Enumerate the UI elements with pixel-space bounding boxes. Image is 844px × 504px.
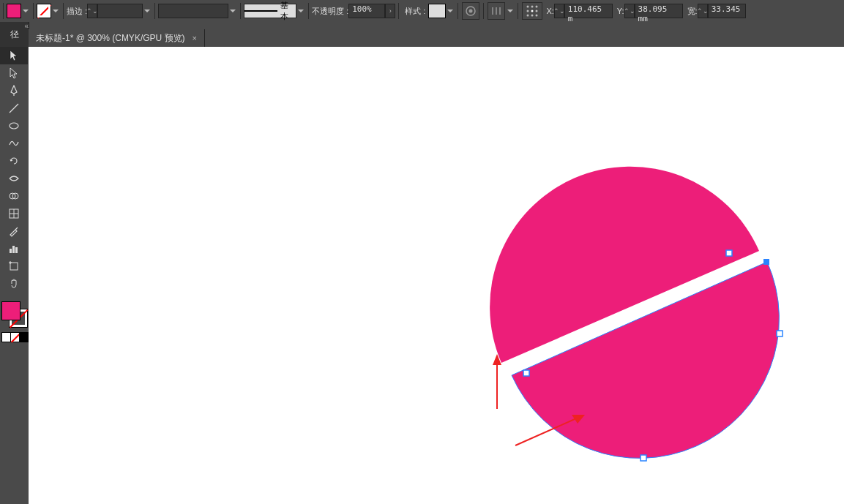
svg-point-11 xyxy=(527,15,529,17)
style-label: 样式 : xyxy=(405,6,425,17)
graphic-style-dropdown[interactable] xyxy=(447,7,455,15)
canvas-area[interactable] xyxy=(29,47,844,504)
svg-rect-27 xyxy=(523,370,529,376)
svg-rect-24 xyxy=(10,263,18,270)
panel-header: 径 « xyxy=(0,22,29,47)
y-stepper[interactable]: ⌃⌄ xyxy=(624,4,635,18)
svg-rect-22 xyxy=(12,246,15,253)
width-tool[interactable] xyxy=(0,170,28,187)
svg-rect-30 xyxy=(641,455,646,461)
stroke-width-stepper[interactable]: ⌃⌄ xyxy=(87,4,97,18)
pen-tool[interactable] xyxy=(0,82,28,99)
opacity-label: 不透明度 : xyxy=(312,6,348,17)
svg-point-1 xyxy=(469,10,473,13)
opacity-stepper[interactable]: › xyxy=(385,4,395,18)
fill-color-swatch[interactable] xyxy=(7,4,21,18)
svg-point-12 xyxy=(531,15,534,17)
direct-selection-tool[interactable] xyxy=(0,64,28,82)
ellipse-tool[interactable] xyxy=(0,117,28,135)
document-tab[interactable]: 未标题-1* @ 300% (CMYK/GPU 预览) × xyxy=(29,29,205,47)
rotate-tool[interactable] xyxy=(0,152,28,170)
variable-width-profile[interactable] xyxy=(158,4,228,18)
align-dropdown[interactable] xyxy=(507,7,515,15)
fill-color-dropdown[interactable] xyxy=(23,7,30,15)
stroke-label: 描边 : xyxy=(67,6,87,17)
tools-panel xyxy=(0,47,29,504)
x-field[interactable]: 110.465 m xyxy=(564,4,613,18)
artwork-svg xyxy=(29,47,844,504)
svg-rect-21 xyxy=(10,249,12,253)
eyedropper-tool[interactable] xyxy=(0,222,28,240)
column-graph-tool[interactable] xyxy=(0,240,28,257)
svg-point-9 xyxy=(531,10,534,12)
svg-point-5 xyxy=(527,6,529,8)
svg-point-10 xyxy=(536,10,538,12)
variable-width-dropdown[interactable] xyxy=(230,7,237,15)
control-bar: 描边 : ⌃⌄ 基本 不透明度 : 100% › 样式 : X: ⌃⌄ 110.… xyxy=(0,0,844,22)
tab-close-icon[interactable]: × xyxy=(193,34,197,42)
line-tool[interactable] xyxy=(0,99,28,117)
svg-rect-29 xyxy=(777,331,783,336)
hand-tool[interactable] xyxy=(0,275,28,293)
svg-rect-23 xyxy=(15,247,18,253)
width-field[interactable]: 33.345 xyxy=(708,4,746,18)
artboard-tool[interactable] xyxy=(0,257,28,275)
width-label: 宽: xyxy=(687,6,698,17)
stroke-color-swatch[interactable] xyxy=(37,4,51,18)
selection-tool[interactable] xyxy=(0,47,28,64)
stroke-profile-dropdown[interactable] xyxy=(298,7,305,15)
width-stepper[interactable]: ⌃⌄ xyxy=(698,4,708,18)
svg-line-14 xyxy=(10,104,18,113)
svg-point-15 xyxy=(10,123,18,129)
color-controls xyxy=(0,300,29,344)
pencil-tool[interactable] xyxy=(0,135,28,152)
stroke-width-field[interactable] xyxy=(97,4,143,18)
svg-point-13 xyxy=(536,15,538,17)
svg-point-6 xyxy=(531,6,534,8)
document-tab-label: 未标题-1* @ 300% (CMYK/GPU 预览) xyxy=(36,32,185,45)
shape-builder-tool[interactable] xyxy=(0,187,28,205)
selected-anchor xyxy=(763,259,769,265)
stroke-color-dropdown[interactable] xyxy=(53,7,60,15)
mesh-tool[interactable] xyxy=(0,205,28,222)
recolor-artwork-button[interactable] xyxy=(462,2,479,20)
svg-point-8 xyxy=(527,10,529,12)
x-stepper[interactable]: ⌃⌄ xyxy=(554,4,564,18)
y-field[interactable]: 38.095 mm xyxy=(635,4,683,18)
svg-point-7 xyxy=(536,6,538,8)
fill-color-box[interactable] xyxy=(1,301,20,320)
svg-rect-28 xyxy=(726,250,732,256)
transform-reference-point[interactable] xyxy=(522,2,542,20)
opacity-field[interactable]: 100% xyxy=(348,4,385,18)
color-mode-gradient[interactable] xyxy=(19,332,29,342)
stroke-width-dropdown[interactable] xyxy=(144,7,152,15)
align-button[interactable] xyxy=(488,2,505,20)
stroke-profile-display[interactable]: 基本 xyxy=(244,4,296,18)
graphic-style-swatch[interactable] xyxy=(428,4,446,18)
